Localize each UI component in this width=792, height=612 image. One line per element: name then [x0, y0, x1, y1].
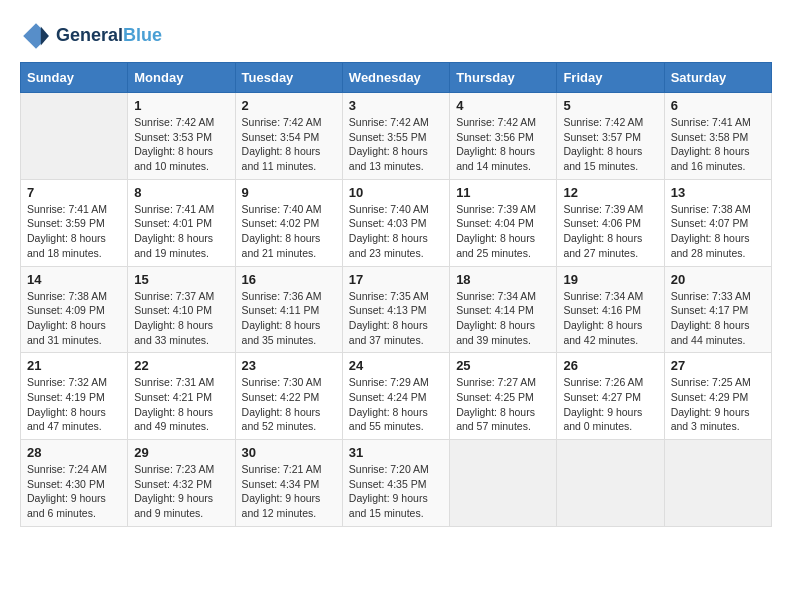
day-number: 7 [27, 185, 121, 200]
calendar-cell: 15Sunrise: 7:37 AM Sunset: 4:10 PM Dayli… [128, 266, 235, 353]
day-info: Sunrise: 7:41 AM Sunset: 4:01 PM Dayligh… [134, 202, 228, 261]
logo-text: GeneralBlue [56, 26, 162, 46]
page-header: GeneralBlue [20, 20, 772, 52]
calendar-cell: 4Sunrise: 7:42 AM Sunset: 3:56 PM Daylig… [450, 93, 557, 180]
day-number: 28 [27, 445, 121, 460]
calendar-cell [557, 440, 664, 527]
calendar-cell: 8Sunrise: 7:41 AM Sunset: 4:01 PM Daylig… [128, 179, 235, 266]
calendar-cell: 16Sunrise: 7:36 AM Sunset: 4:11 PM Dayli… [235, 266, 342, 353]
calendar-cell: 3Sunrise: 7:42 AM Sunset: 3:55 PM Daylig… [342, 93, 449, 180]
day-info: Sunrise: 7:21 AM Sunset: 4:34 PM Dayligh… [242, 462, 336, 521]
calendar-cell: 7Sunrise: 7:41 AM Sunset: 3:59 PM Daylig… [21, 179, 128, 266]
calendar-cell: 12Sunrise: 7:39 AM Sunset: 4:06 PM Dayli… [557, 179, 664, 266]
day-number: 23 [242, 358, 336, 373]
day-number: 14 [27, 272, 121, 287]
day-info: Sunrise: 7:39 AM Sunset: 4:04 PM Dayligh… [456, 202, 550, 261]
day-number: 5 [563, 98, 657, 113]
week-row: 1Sunrise: 7:42 AM Sunset: 3:53 PM Daylig… [21, 93, 772, 180]
day-number: 31 [349, 445, 443, 460]
calendar-cell: 24Sunrise: 7:29 AM Sunset: 4:24 PM Dayli… [342, 353, 449, 440]
day-info: Sunrise: 7:20 AM Sunset: 4:35 PM Dayligh… [349, 462, 443, 521]
calendar-cell [664, 440, 771, 527]
day-number: 4 [456, 98, 550, 113]
day-number: 16 [242, 272, 336, 287]
day-number: 25 [456, 358, 550, 373]
calendar-cell [450, 440, 557, 527]
week-row: 14Sunrise: 7:38 AM Sunset: 4:09 PM Dayli… [21, 266, 772, 353]
calendar-cell: 19Sunrise: 7:34 AM Sunset: 4:16 PM Dayli… [557, 266, 664, 353]
calendar-cell: 18Sunrise: 7:34 AM Sunset: 4:14 PM Dayli… [450, 266, 557, 353]
calendar-cell: 29Sunrise: 7:23 AM Sunset: 4:32 PM Dayli… [128, 440, 235, 527]
day-number: 12 [563, 185, 657, 200]
calendar-header: SundayMondayTuesdayWednesdayThursdayFrid… [21, 63, 772, 93]
day-number: 19 [563, 272, 657, 287]
day-info: Sunrise: 7:23 AM Sunset: 4:32 PM Dayligh… [134, 462, 228, 521]
calendar-cell: 21Sunrise: 7:32 AM Sunset: 4:19 PM Dayli… [21, 353, 128, 440]
day-info: Sunrise: 7:35 AM Sunset: 4:13 PM Dayligh… [349, 289, 443, 348]
calendar-cell: 22Sunrise: 7:31 AM Sunset: 4:21 PM Dayli… [128, 353, 235, 440]
day-info: Sunrise: 7:33 AM Sunset: 4:17 PM Dayligh… [671, 289, 765, 348]
calendar-cell: 9Sunrise: 7:40 AM Sunset: 4:02 PM Daylig… [235, 179, 342, 266]
calendar-cell: 30Sunrise: 7:21 AM Sunset: 4:34 PM Dayli… [235, 440, 342, 527]
calendar-cell: 11Sunrise: 7:39 AM Sunset: 4:04 PM Dayli… [450, 179, 557, 266]
col-header-tuesday: Tuesday [235, 63, 342, 93]
day-number: 8 [134, 185, 228, 200]
calendar-cell: 2Sunrise: 7:42 AM Sunset: 3:54 PM Daylig… [235, 93, 342, 180]
logo-icon [20, 20, 52, 52]
day-info: Sunrise: 7:41 AM Sunset: 3:58 PM Dayligh… [671, 115, 765, 174]
day-number: 18 [456, 272, 550, 287]
day-info: Sunrise: 7:42 AM Sunset: 3:53 PM Dayligh… [134, 115, 228, 174]
day-number: 3 [349, 98, 443, 113]
col-header-saturday: Saturday [664, 63, 771, 93]
day-info: Sunrise: 7:34 AM Sunset: 4:16 PM Dayligh… [563, 289, 657, 348]
day-info: Sunrise: 7:29 AM Sunset: 4:24 PM Dayligh… [349, 375, 443, 434]
calendar-cell: 1Sunrise: 7:42 AM Sunset: 3:53 PM Daylig… [128, 93, 235, 180]
day-info: Sunrise: 7:39 AM Sunset: 4:06 PM Dayligh… [563, 202, 657, 261]
day-number: 22 [134, 358, 228, 373]
day-info: Sunrise: 7:42 AM Sunset: 3:55 PM Dayligh… [349, 115, 443, 174]
calendar-cell: 28Sunrise: 7:24 AM Sunset: 4:30 PM Dayli… [21, 440, 128, 527]
day-info: Sunrise: 7:38 AM Sunset: 4:09 PM Dayligh… [27, 289, 121, 348]
day-number: 17 [349, 272, 443, 287]
calendar-cell: 13Sunrise: 7:38 AM Sunset: 4:07 PM Dayli… [664, 179, 771, 266]
col-header-friday: Friday [557, 63, 664, 93]
svg-marker-1 [41, 26, 49, 45]
day-info: Sunrise: 7:34 AM Sunset: 4:14 PM Dayligh… [456, 289, 550, 348]
day-info: Sunrise: 7:40 AM Sunset: 4:03 PM Dayligh… [349, 202, 443, 261]
calendar-cell: 26Sunrise: 7:26 AM Sunset: 4:27 PM Dayli… [557, 353, 664, 440]
day-info: Sunrise: 7:24 AM Sunset: 4:30 PM Dayligh… [27, 462, 121, 521]
day-number: 1 [134, 98, 228, 113]
calendar-cell: 23Sunrise: 7:30 AM Sunset: 4:22 PM Dayli… [235, 353, 342, 440]
day-info: Sunrise: 7:40 AM Sunset: 4:02 PM Dayligh… [242, 202, 336, 261]
calendar-cell: 27Sunrise: 7:25 AM Sunset: 4:29 PM Dayli… [664, 353, 771, 440]
calendar-cell: 5Sunrise: 7:42 AM Sunset: 3:57 PM Daylig… [557, 93, 664, 180]
day-info: Sunrise: 7:41 AM Sunset: 3:59 PM Dayligh… [27, 202, 121, 261]
week-row: 7Sunrise: 7:41 AM Sunset: 3:59 PM Daylig… [21, 179, 772, 266]
day-number: 20 [671, 272, 765, 287]
day-number: 9 [242, 185, 336, 200]
day-number: 26 [563, 358, 657, 373]
day-info: Sunrise: 7:42 AM Sunset: 3:56 PM Dayligh… [456, 115, 550, 174]
day-number: 10 [349, 185, 443, 200]
day-number: 27 [671, 358, 765, 373]
day-info: Sunrise: 7:37 AM Sunset: 4:10 PM Dayligh… [134, 289, 228, 348]
day-info: Sunrise: 7:26 AM Sunset: 4:27 PM Dayligh… [563, 375, 657, 434]
calendar-table: SundayMondayTuesdayWednesdayThursdayFrid… [20, 62, 772, 527]
day-info: Sunrise: 7:25 AM Sunset: 4:29 PM Dayligh… [671, 375, 765, 434]
day-number: 6 [671, 98, 765, 113]
calendar-cell: 10Sunrise: 7:40 AM Sunset: 4:03 PM Dayli… [342, 179, 449, 266]
day-info: Sunrise: 7:38 AM Sunset: 4:07 PM Dayligh… [671, 202, 765, 261]
day-number: 2 [242, 98, 336, 113]
logo: GeneralBlue [20, 20, 162, 52]
calendar-cell: 14Sunrise: 7:38 AM Sunset: 4:09 PM Dayli… [21, 266, 128, 353]
col-header-sunday: Sunday [21, 63, 128, 93]
calendar-cell [21, 93, 128, 180]
day-number: 21 [27, 358, 121, 373]
day-info: Sunrise: 7:27 AM Sunset: 4:25 PM Dayligh… [456, 375, 550, 434]
day-number: 24 [349, 358, 443, 373]
day-number: 15 [134, 272, 228, 287]
day-number: 29 [134, 445, 228, 460]
calendar-cell: 6Sunrise: 7:41 AM Sunset: 3:58 PM Daylig… [664, 93, 771, 180]
calendar-cell: 17Sunrise: 7:35 AM Sunset: 4:13 PM Dayli… [342, 266, 449, 353]
day-info: Sunrise: 7:42 AM Sunset: 3:57 PM Dayligh… [563, 115, 657, 174]
